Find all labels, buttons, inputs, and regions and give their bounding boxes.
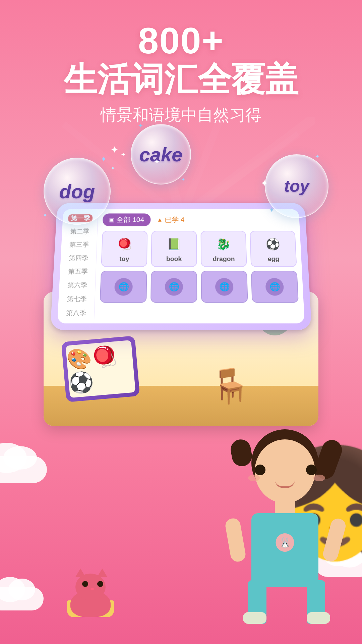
sidebar-season5-label: 第五季 — [68, 268, 87, 275]
vocab-grid: 🪀 toy 📗 book 🐉 dragon ⚽ — [100, 231, 299, 303]
vocab-card-toy[interactable]: 🪀 toy — [101, 231, 147, 267]
tab-learned-label: 已学 — [165, 215, 179, 224]
lock-icon-2: 🌐 — [165, 278, 183, 296]
tablet-inner: 第一季 第二季 第三季 第四季 第五季 第六季 第七季 — [57, 209, 305, 323]
bubble-toy: toy ✦ ✦ — [265, 154, 328, 218]
sidebar-season8-label: 第八季 — [66, 309, 86, 316]
vocab-card-egg-word: egg — [254, 255, 293, 262]
vocab-card-egg-img: ⚽ — [261, 235, 285, 254]
girl-detailed: 🐰 — [221, 429, 349, 624]
tablet-header: ▣ 全部 104 ▲ 已学 4 — [103, 213, 295, 226]
vocab-card-egg[interactable]: ⚽ egg — [250, 231, 297, 267]
bubble-dog: dog ✦ ✦ ✦ — [44, 158, 111, 225]
cloud-left — [0, 449, 54, 483]
vocab-card-book-img: 📗 — [163, 235, 185, 254]
vocab-card-dragon[interactable]: 🐉 dragon — [200, 231, 247, 267]
main-number: 800+ — [0, 20, 362, 61]
header-section: 800+ 生活词汇全覆盖 情景和语境中自然习得 — [0, 20, 362, 126]
lock-icon-4: 🌐 — [265, 278, 284, 296]
lock-icon-1: 🌐 — [114, 278, 133, 296]
vocab-card-book-word: book — [154, 255, 194, 262]
vocab-card-toy-img: 🪀 — [113, 235, 136, 254]
vocab-card-dragon-img: 🐉 — [212, 235, 235, 254]
sparkle-5: ✦ — [154, 158, 160, 166]
sub-title: 情景和语境中自然习得 — [0, 104, 362, 126]
sidebar-item-season2[interactable]: 第二季 — [62, 225, 97, 238]
sparkle-2: ✦ — [121, 151, 126, 158]
sidebar-season6-label: 第六季 — [67, 281, 87, 288]
vocab-card-locked-2: 🌐 — [150, 271, 197, 303]
sparkle-4: ✦ — [260, 178, 268, 189]
tab-all-label: 全部 — [116, 215, 131, 224]
sidebar-item-season6[interactable]: 第六季 — [59, 278, 96, 292]
tab-all[interactable]: ▣ 全部 104 — [103, 213, 151, 226]
sidebar-season3-label: 第三季 — [69, 241, 89, 248]
sidebar-item-season4[interactable]: 第四季 — [60, 251, 96, 265]
sparkle-1: ✦ — [111, 144, 118, 155]
tab-all-count: 104 — [132, 216, 144, 224]
vocab-card-locked-1: 🌐 — [100, 271, 147, 303]
cloud-bottom-left — [0, 584, 50, 610]
vocab-card-toy-word: toy — [105, 255, 144, 262]
bubble-dog-word: dog — [59, 180, 95, 203]
sidebar-item-season8[interactable]: 第八季 — [58, 306, 95, 320]
tab-learned[interactable]: ▲ 已学 4 — [157, 215, 184, 224]
vocab-card-book[interactable]: 📗 book — [151, 231, 197, 267]
sidebar-item-season3[interactable]: 第三季 — [61, 238, 97, 252]
sidebar-season4-label: 第四季 — [68, 255, 88, 261]
sidebar-season7-label: 第七季 — [66, 296, 86, 303]
main-title: 生活词汇全覆盖 — [0, 61, 362, 98]
drawing-board-inner: 🎨🪀⚽ — [66, 340, 136, 398]
vocab-card-locked-4: 🌐 — [251, 271, 299, 303]
bubble-cake-word: cake — [139, 143, 182, 166]
tablet-content: ▣ 全部 104 ▲ 已学 4 🪀 toy — [94, 209, 305, 323]
drawing-board: 🎨🪀⚽ — [61, 336, 140, 402]
vocab-card-dragon-word: dragon — [204, 255, 244, 262]
sidebar-item-season7[interactable]: 第七季 — [58, 292, 95, 306]
vocab-card-locked-3: 🌐 — [201, 271, 248, 303]
lock-icon-3: 🌐 — [215, 278, 234, 296]
sparkle-3: ✦ — [218, 208, 226, 219]
bubble-cake: cake ✦ ✦ — [131, 124, 191, 184]
pink-cat — [67, 574, 117, 617]
sidebar-item-season5[interactable]: 第五季 — [60, 265, 96, 278]
tab-learned-count: 4 — [181, 216, 185, 224]
tablet-sidebar: 第一季 第二季 第三季 第四季 第五季 第六季 第七季 — [57, 209, 98, 323]
sidebar-season2-label: 第二季 — [70, 228, 89, 235]
bubble-toy-word: toy — [284, 176, 309, 196]
